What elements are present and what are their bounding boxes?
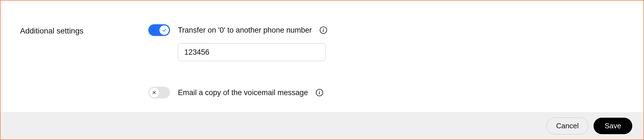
settings-column: Transfer on '0' to another phone number …	[148, 24, 327, 104]
settings-content: Additional settings Transfer on '0' to a…	[1, 1, 643, 112]
transfer-toggle[interactable]	[148, 24, 170, 36]
email-copy-label: Email a copy of the voicemail message	[178, 88, 308, 97]
check-icon	[159, 25, 169, 35]
transfer-phone-input[interactable]	[178, 43, 326, 61]
cancel-button[interactable]: Cancel	[546, 117, 589, 134]
settings-panel: Additional settings Transfer on '0' to a…	[0, 0, 644, 140]
email-copy-toggle[interactable]	[148, 87, 170, 98]
email-copy-row: Email a copy of the voicemail message i	[148, 87, 327, 98]
info-icon[interactable]: i	[316, 89, 323, 96]
transfer-input-row	[178, 43, 327, 61]
footer: Cancel Save	[1, 112, 643, 139]
save-button[interactable]: Save	[594, 118, 632, 134]
spacer	[148, 69, 327, 78]
transfer-label: Transfer on '0' to another phone number	[178, 26, 312, 35]
info-icon[interactable]: i	[320, 26, 327, 34]
transfer-row: Transfer on '0' to another phone number …	[148, 24, 327, 36]
section-title: Additional settings	[20, 24, 148, 104]
close-icon	[149, 88, 159, 97]
